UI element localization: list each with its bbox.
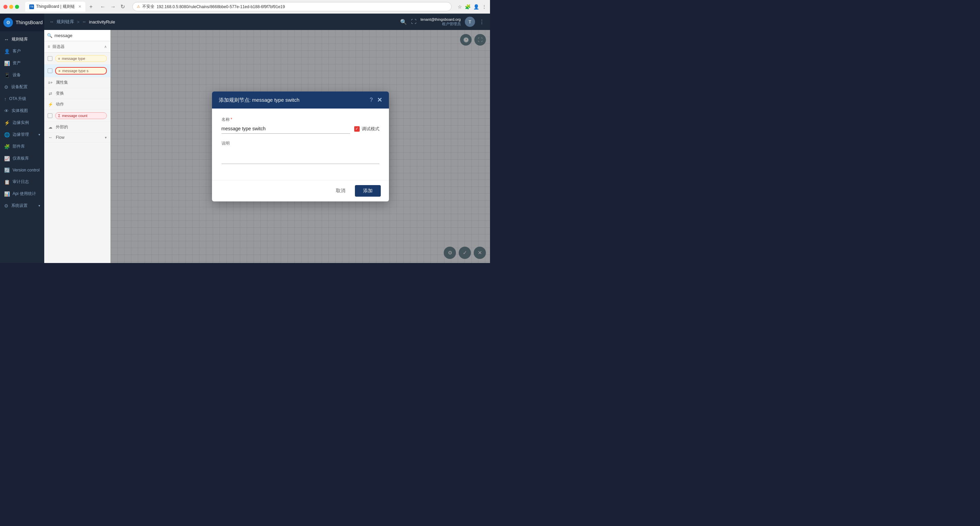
sidebar-item-devices[interactable]: 📱 设备 (0, 69, 44, 81)
help-button[interactable]: ? (370, 97, 373, 103)
menu-icon[interactable]: ⋮ (482, 4, 487, 10)
sidebar-item-customers[interactable]: 👤 客户 (0, 45, 44, 57)
description-form-group: 说明 (221, 140, 379, 165)
extensions-icon[interactable]: 🧩 (465, 4, 471, 10)
new-tab-button[interactable]: + (89, 4, 92, 10)
tab-close-button[interactable]: ✕ (78, 5, 81, 9)
section-label: Flow (56, 135, 102, 140)
sidebar-item-label: 审计日志 (13, 179, 29, 185)
address-bar[interactable]: ⚠ 不安全 192.168.0.5:8080/ruleChains/8668bb… (132, 2, 452, 11)
description-textarea[interactable] (221, 148, 379, 164)
browser-chrome: TB ThingsBoard | 规则链 ✕ + ← → ↻ ⚠ 不安全 192… (0, 0, 490, 14)
fullscreen-button[interactable]: ⛶ (411, 19, 417, 25)
sidebar-item-label: 资产 (13, 60, 21, 66)
search-button[interactable]: 🔍 (400, 19, 407, 25)
sidebar-item-edge-instances[interactable]: ⚡ 边缘实例 (0, 117, 44, 129)
modal-body: 名称 * ✓ 调试模式 (212, 108, 389, 180)
top-nav-right: 🔍 ⛶ tenant@thingsboard.org 租户管理员 T ⋮ (400, 17, 485, 27)
breadcrumb-chain-name: inactivityRule (89, 19, 115, 24)
transform-icon: ⇄ (48, 91, 53, 96)
version-control-icon: 🔄 (4, 167, 10, 173)
sidebar-item-assets[interactable]: 📊 资产 (0, 57, 44, 69)
canvas-area[interactable]: 🕐 ⛶ 添加规则节点: message type switch (111, 30, 490, 263)
panel-search-input[interactable] (54, 33, 111, 38)
sidebar-item-entity-views[interactable]: 👁 实体视图 (0, 105, 44, 117)
description-label: 说明 (221, 140, 379, 146)
sidebar-item-settings[interactable]: ⚙ 系统设置 ▾ (0, 200, 44, 211)
edge-instances-icon: ⚡ (4, 120, 10, 126)
panel-section-attributes[interactable]: ≡+ 属性集 (44, 77, 110, 88)
debug-mode-checkbox[interactable]: ✓ (354, 126, 360, 132)
user-avatar[interactable]: T (465, 17, 475, 27)
nav-reload-button[interactable]: ↻ (119, 3, 126, 11)
sidebar-item-label: OTA 升级 (9, 96, 26, 102)
modal-close-button[interactable]: ✕ (377, 96, 382, 104)
nav-forward-button[interactable]: → (109, 3, 117, 11)
address-text: 192.168.0.5:8080/ruleChains/8668bbe0-577… (156, 5, 285, 9)
sidebar-item-version-control[interactable]: 🔄 Version control (0, 164, 44, 176)
sidebar-item-label: 系统设置 (11, 203, 27, 208)
user-role: 租户管理员 (442, 21, 461, 27)
minimize-window-button[interactable] (9, 5, 13, 9)
sidebar-item-api-stats[interactable]: 📊 Api 使用统计 (0, 188, 44, 200)
main-area: ↔ 规则链库 > ↔ inactivityRule 🔍 ⛶ tenant@thi… (44, 14, 490, 263)
security-warning-icon: ⚠ (137, 5, 140, 9)
entity-views-icon: 👁 (4, 108, 9, 114)
bookmark-icon[interactable]: ☆ (458, 4, 462, 10)
sidebar-item-label: 设备配置 (11, 84, 27, 90)
panel-search: 🔍 ✕ ◁ (44, 30, 110, 41)
sidebar-item-ota[interactable]: ↑ OTA 升级 (0, 93, 44, 105)
sidebar-item-label: 客户 (13, 48, 21, 54)
sidebar-item-audit-log[interactable]: 📋 审计日志 (0, 176, 44, 188)
sidebar-item-edge-management[interactable]: 🌐 边缘管理 ▾ (0, 129, 44, 140)
breadcrumb-library-link[interactable]: 规则链库 (56, 19, 74, 25)
name-input[interactable] (221, 124, 350, 134)
panel-search-icon: 🔍 (47, 33, 52, 38)
section-label: 变换 (56, 91, 107, 96)
ota-icon: ↑ (4, 96, 6, 102)
item-checkbox[interactable] (48, 113, 52, 118)
panel-section-external[interactable]: ☁ 外部的 (44, 122, 110, 133)
profile-icon[interactable]: 👤 (473, 4, 479, 10)
maximize-window-button[interactable] (15, 5, 19, 9)
close-window-button[interactable] (3, 5, 8, 9)
add-button[interactable]: 添加 (355, 185, 381, 197)
expand-icon: ▾ (38, 133, 40, 137)
node-chip-message-type-switch: ≡ message type s (55, 67, 107, 75)
more-options-button[interactable]: ⋮ (479, 19, 485, 25)
sidebar-nav: ↔ 规则链库 👤 客户 📊 资产 📱 设备 ⚙ 设备配置 ↑ OTA 升级 (0, 31, 44, 263)
top-nav: ↔ 规则链库 > ↔ inactivityRule 🔍 ⛶ tenant@thi… (44, 14, 490, 30)
debug-mode-row: ✓ 调试模式 (354, 126, 379, 132)
sidebar-item-rule-chains[interactable]: ↔ 规则链库 (0, 33, 44, 45)
item-checkbox[interactable] (48, 68, 52, 73)
breadcrumb: ↔ 规则链库 > ↔ inactivityRule (50, 19, 115, 25)
cancel-button[interactable]: 取消 (331, 185, 351, 197)
filter-section-header[interactable]: ≡ 筛选器 ∧ (44, 41, 110, 53)
panel-item-message-type-switch[interactable]: ≡ message type s (44, 65, 110, 77)
settings-icon: ⚙ (4, 203, 8, 208)
filter-chip-icon: ≡ (59, 69, 60, 73)
user-info: tenant@thingsboard.org 租户管理员 (421, 17, 461, 27)
debug-mode-label: 调试模式 (362, 126, 379, 132)
panel-section-flow[interactable]: ↔ Flow ▾ (44, 133, 110, 143)
nav-back-button[interactable]: ← (99, 3, 107, 11)
panel-section-action[interactable]: ⚡ 动作 (44, 99, 110, 110)
widgets-icon: 🧩 (4, 144, 10, 149)
modal-title-prefix: 添加规则节点: (219, 97, 251, 103)
sidebar-item-widgets[interactable]: 🧩 部件库 (0, 140, 44, 153)
user-email: tenant@thingsboard.org (421, 17, 461, 21)
sidebar-item-label: 实体视图 (11, 108, 28, 114)
panel-item-message-count[interactable]: Σ message count (44, 110, 110, 122)
sidebar-item-device-profiles[interactable]: ⚙ 设备配置 (0, 81, 44, 93)
sidebar-item-label: Version control (13, 168, 40, 173)
panel-item-message-type[interactable]: ≡ message type (44, 53, 110, 65)
api-stats-icon: 📊 (4, 191, 10, 197)
browser-tab[interactable]: TB ThingsBoard | 规则链 ✕ (25, 2, 86, 11)
flow-expand-icon: ▾ (105, 135, 107, 140)
panel-section-transform[interactable]: ⇄ 变换 (44, 88, 110, 99)
sidebar-item-label: 边缘实例 (13, 120, 29, 126)
item-checkbox[interactable] (48, 56, 52, 61)
sidebar-item-label: 设备 (13, 72, 21, 78)
sidebar-item-dashboard-library[interactable]: 📈 仪表板库 (0, 153, 44, 164)
attributes-icon: ≡+ (48, 80, 53, 85)
